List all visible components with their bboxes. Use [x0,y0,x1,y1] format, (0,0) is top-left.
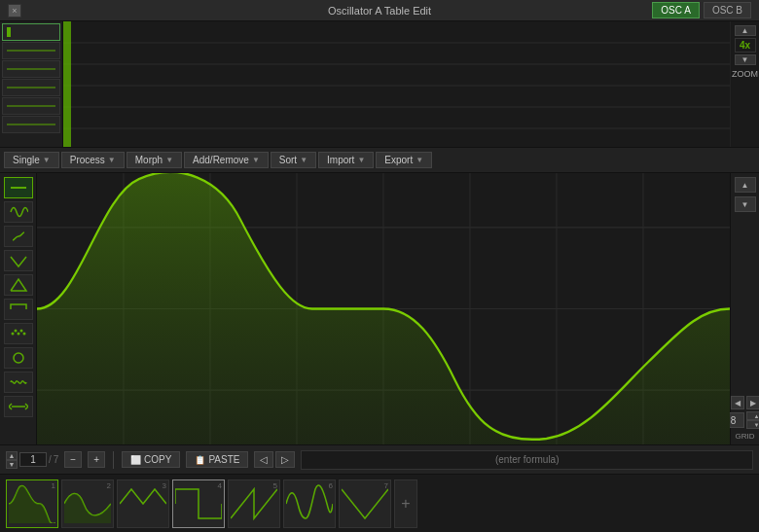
scroll-down-button[interactable]: ▼ [735,196,756,212]
single-button[interactable]: Single ▼ [4,152,59,168]
v-shape-draw-tool[interactable] [4,250,33,271]
single-arrow: ▼ [43,156,51,164]
scroll-up-button[interactable]: ▲ [735,177,756,193]
svg-point-14 [17,333,19,336]
svg-rect-11 [63,21,71,147]
title-bar: × Oscillator A Table Edit OSC A OSC B [0,0,759,21]
osc-tab-group: OSC A OSC B [652,2,751,18]
close-button[interactable]: × [8,4,21,18]
formula-input[interactable] [301,450,753,470]
bottom-bar: ▲ ▼ / 7 − + ⬜ COPY 📋 PASTE ◁ ▷ [0,444,759,474]
arrows-draw-tool[interactable] [4,396,33,417]
paste-icon: 📋 [195,455,205,465]
slot-item-4[interactable]: 4 [172,479,225,528]
waveform-mini-4[interactable] [2,79,60,96]
zoom-down-button[interactable]: ▼ [735,54,756,65]
add-slot-button[interactable]: + [394,479,417,528]
waveform-mini-6[interactable] [2,116,60,133]
waveform-mini-2[interactable] [2,42,60,59]
circle-draw-tool[interactable] [4,347,33,369]
zoom-up-button[interactable]: ▲ [735,25,756,36]
waveform-mini-3[interactable] [2,60,60,78]
waveform-editor[interactable] [37,173,730,444]
sine-draw-tool[interactable] [4,201,33,223]
slot-item-1[interactable]: 1 [6,479,58,528]
svg-rect-0 [7,27,11,37]
add-remove-button[interactable]: Add/Remove ▼ [184,152,269,168]
waveform-list [0,21,63,147]
slot-label-5: 5 [273,481,277,490]
slot-total: 7 [54,454,59,465]
morph-arrow: ▼ [165,156,173,164]
s-curve-draw-tool[interactable] [4,226,33,247]
zoom-value: 4x [735,38,756,53]
slot-label-7: 7 [384,481,388,490]
process-button[interactable]: Process ▼ [61,152,125,168]
slot-minus-button[interactable]: − [64,451,82,468]
copy-button[interactable]: ⬜ COPY [122,451,180,468]
line-draw-tool[interactable] [4,177,33,198]
slot-number-input[interactable] [19,452,47,467]
editor-container: ▲ ▼ ◀ ▶ 8 ▲ ▼ GRID [0,173,759,444]
window-title: Oscillator A Table Edit [328,5,431,17]
overview-main[interactable] [63,21,730,147]
squiggle-draw-tool[interactable] [4,372,33,393]
main-area: ▲ 4x ▼ ZOOM Single ▼ Process ▼ Morph ▼ [0,21,759,532]
import-arrow: ▼ [357,156,365,164]
slot-decrement-button[interactable]: ▼ [6,460,18,469]
slot-plus-button[interactable]: + [88,451,105,468]
wavetable-overview: ▲ 4x ▼ ZOOM [0,21,759,148]
zoom-label: ZOOM [732,69,758,79]
slot-item-3[interactable]: 3 [117,479,169,528]
slot-label-4: 4 [218,481,222,490]
morph-button[interactable]: Morph ▼ [126,152,182,168]
slot-row: 1 2 3 [0,474,759,532]
triangle-draw-tool[interactable] [4,274,33,296]
slot-label-1: 1 [52,481,55,490]
import-button[interactable]: Import ▼ [318,152,374,168]
editor-right-controls: ▲ ▼ ◀ ▶ 8 ▲ ▼ GRID [730,173,759,444]
dots-draw-tool[interactable] [4,323,33,344]
paste-button[interactable]: 📋 PASTE [186,451,248,468]
osc-a-tab[interactable]: OSC A [652,2,700,18]
draw-tools [0,173,37,444]
svg-point-15 [22,333,25,336]
svg-point-16 [14,330,17,333]
slot-label-3: 3 [163,481,166,490]
undo-redo-group: ◁ ▷ [254,451,295,468]
separator-1 [113,451,114,469]
slot-item-5[interactable]: 5 [228,479,280,528]
slot-control: ▲ ▼ / 7 [6,451,58,469]
slot-divider: / [49,454,52,465]
svg-point-17 [19,330,22,333]
grid-nav: ◀ ▶ [731,396,760,409]
overview-right-panel: ▲ 4x ▼ ZOOM [730,21,759,147]
half-rect-tool[interactable] [4,299,33,320]
export-button[interactable]: Export ▼ [376,152,432,168]
sort-button[interactable]: Sort ▼ [271,152,316,168]
slot-label-6: 6 [329,481,333,490]
content-area: ▲ 4x ▼ ZOOM Single ▼ Process ▼ Morph ▼ [0,21,759,532]
slot-item-6[interactable]: 6 [283,479,336,528]
grid-right-button[interactable]: ▶ [746,396,760,409]
undo-button[interactable]: ◁ [254,451,273,468]
slot-increment-button[interactable]: ▲ [6,451,18,460]
redo-button[interactable]: ▷ [275,451,295,468]
add-remove-arrow: ▼ [252,156,260,164]
process-arrow: ▼ [108,156,116,164]
grid-decrement-button[interactable]: ▼ [746,420,760,429]
grid-label: GRID [736,432,755,441]
grid-increment-button[interactable]: ▲ [746,411,760,420]
export-arrow: ▼ [416,156,423,164]
waveform-mini-1[interactable] [2,23,60,41]
grid-left-button[interactable]: ◀ [731,396,744,409]
slot-item-2[interactable]: 2 [61,479,114,528]
toolbar: Single ▼ Process ▼ Morph ▼ Add/Remove ▼ … [0,148,759,173]
copy-icon: ⬜ [130,455,141,465]
osc-b-tab[interactable]: OSC B [704,2,751,18]
slot-label-2: 2 [107,481,111,490]
waveform-mini-5[interactable] [2,97,60,115]
slot-item-7[interactable]: 7 [339,479,391,528]
sort-arrow: ▼ [300,156,307,164]
svg-point-13 [11,333,14,336]
